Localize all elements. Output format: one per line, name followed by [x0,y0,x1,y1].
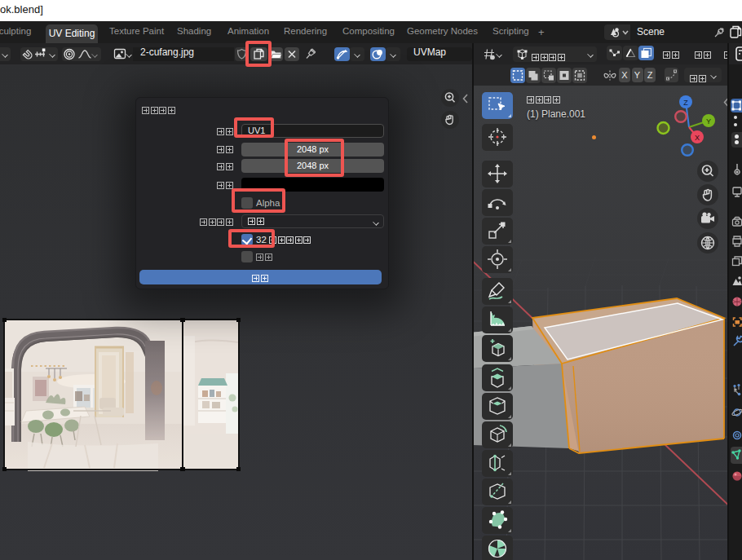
svg-text:X: X [695,134,700,142]
svg-text:Z: Z [683,99,688,107]
svg-text:Y: Y [706,117,711,126]
